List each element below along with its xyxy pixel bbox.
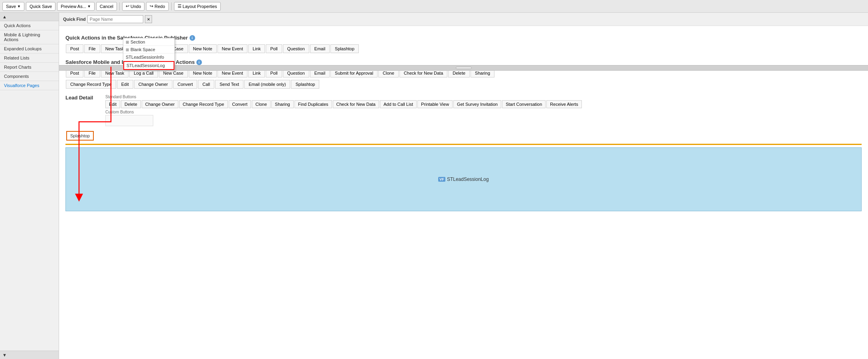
layout-icon: ☰ [178,4,182,9]
standard-button[interactable]: Receive Alerts [546,100,581,108]
classic-action-btn[interactable]: Question [283,44,309,53]
mobile-action-btn-row2[interactable]: Call [198,80,214,89]
standard-buttons-row: EditDeleteChange OwnerChange Record Type… [105,100,862,108]
mobile-action-btn-row2[interactable]: Change Record Type [66,80,116,89]
standard-button[interactable]: Start Conversation [502,100,546,108]
layout-properties-button[interactable]: ☰ Layout Properties [174,2,221,11]
save-label: Save [6,4,16,9]
layout-properties-label: Layout Properties [183,4,217,9]
lead-detail-container: Lead Detail Standard Buttons EditDeleteC… [65,95,862,126]
quick-save-button[interactable]: Quick Save [26,2,55,11]
classic-publisher-info-icon[interactable]: i [190,35,195,41]
toolbar-divider [119,2,120,10]
mobile-action-btn-row2[interactable]: Change Owner [134,80,172,89]
standard-button[interactable]: Delete [121,100,141,108]
mobile-lightning-actions-row2: Change Record TypeEditChange OwnerConver… [65,79,862,89]
vf-drop-area: VF STLeadSessionLog [65,147,862,211]
mobile-action-btn-row2[interactable]: Convert [173,80,198,89]
left-panel-header: ▲ [0,13,59,21]
preview-as-button[interactable]: Preview As... ▼ [57,2,95,11]
palette-item-blank[interactable]: ⊞ Blank Space [123,46,174,54]
undo-label: Undo [130,4,141,9]
lead-detail-title: Lead Detail [65,95,97,124]
palette-item-stleadsessioninfo[interactable]: STLeadSessionInfo [123,54,174,61]
standard-button[interactable]: Get Survey Invitation [453,100,501,108]
left-panel: ▲ Quick Actions Mobile & Lightning Actio… [0,13,59,359]
palette-item-section[interactable]: ⊞ Section [123,38,174,46]
standard-buttons-label: Standard Buttons [105,95,862,99]
classic-action-btn[interactable]: Post [66,44,83,53]
blank-icon: ⊞ [126,48,129,52]
orange-divider [65,144,862,145]
classic-action-btn[interactable]: New Note [189,44,217,53]
sidebar-item-expanded-lookups[interactable]: Expanded Lookups [0,44,59,54]
mobile-action-btn-row2[interactable]: Splashtop [291,80,319,89]
toolbar-divider-2 [171,2,172,10]
standard-button[interactable]: Add to Call List [380,100,417,108]
classic-action-btn[interactable]: File [84,44,100,53]
classic-action-btn[interactable]: Email [310,44,330,53]
undo-button[interactable]: ↩ Undo [122,2,144,11]
classic-action-btn[interactable]: Link [248,44,265,53]
layout-wrapper: ⊞ Section ⊞ Blank Space STLeadSessionInf… [59,26,868,215]
undo-icon: ↩ [126,4,129,9]
quick-find-label: Quick Find [63,17,86,22]
toolbar: Save ▼ Quick Save Preview As... ▼ Cancel… [0,0,868,13]
panel-expand-icon[interactable]: ▼ [2,353,7,357]
standard-button[interactable]: Find Duplicates [295,100,332,108]
page-layout: Quick Actions in the Salesforce Classic … [59,26,868,215]
palette-item-stleadsessionlog[interactable]: STLeadSessionLog [123,61,174,70]
cancel-button[interactable]: Cancel [96,2,117,11]
sidebar-item-quick-actions[interactable]: Quick Actions [0,21,59,30]
redo-label: Redo [154,4,165,9]
save-arrow-icon: ▼ [17,4,21,8]
custom-buttons-area [105,115,153,126]
quick-save-label: Quick Save [30,4,52,9]
vf-badge: VF [438,177,445,182]
sidebar-item-visualforce-pages[interactable]: Visualforce Pages [0,81,59,90]
preview-as-label: Preview As... [61,4,86,9]
classic-action-btn[interactable]: New Event [217,44,247,53]
standard-button[interactable]: Printable View [417,100,453,108]
mobile-lightning-info-icon[interactable]: i [196,60,202,65]
quick-find-bar: Quick Find ✕ [59,13,868,26]
palette-dropdown: ⊞ Section ⊞ Blank Space STLeadSessionInf… [123,38,175,70]
vf-item-label: STLeadSessionLog [447,177,489,182]
standard-button[interactable]: Check for New Data [333,100,379,108]
lead-detail-buttons-area: Standard Buttons EditDeleteChange OwnerC… [105,95,862,126]
standard-button[interactable]: Edit [105,100,120,108]
sidebar-item-related-lists[interactable]: Related Lists [0,54,59,63]
quick-find-input[interactable] [87,15,143,23]
mobile-action-btn-row2[interactable]: Edit [117,80,133,89]
mobile-action-btn-row2[interactable]: Send Text [215,80,243,89]
splashtop-layout-item[interactable]: Splashtop [66,131,94,141]
sidebar-item-report-charts[interactable]: Report Charts [0,63,59,72]
classic-publisher-title: Quick Actions in the Salesforce Classic … [65,35,862,41]
layout-items-area: Splashtop [65,130,862,141]
preview-arrow-icon: ▼ [87,4,91,8]
redo-button[interactable]: ↪ Redo [146,2,168,11]
mobile-lightning-title: Salesforce Mobile and Lightning Experien… [65,59,862,65]
classic-publisher-actions: PostFileNew TaskLog a CallNew CaseNew No… [65,44,862,54]
sidebar-item-mobile-lightning[interactable]: Mobile & Lightning Actions [0,30,59,44]
classic-action-btn[interactable]: Splashtop [330,44,359,53]
classic-action-btn[interactable]: Poll [266,44,282,53]
drag-handle-bar[interactable] [59,65,868,71]
panel-collapse-icon[interactable]: ▲ [2,14,7,19]
left-panel-footer: ▼ [0,351,59,359]
cancel-label: Cancel [100,4,113,9]
section-icon: ⊞ [126,40,129,44]
save-button[interactable]: Save ▼ [2,2,24,11]
standard-button[interactable]: Sharing [271,100,294,108]
sidebar-item-components[interactable]: Components [0,72,59,81]
custom-buttons-label: Custom Buttons [105,110,862,114]
quick-find-clear-button[interactable]: ✕ [145,15,152,23]
standard-button[interactable]: Change Owner [142,100,178,108]
standard-button[interactable]: Clone [252,100,271,108]
redo-icon: ↪ [150,4,153,9]
mobile-action-btn-row2[interactable]: Email (mobile only) [244,80,291,89]
standard-button[interactable]: Change Record Type [179,100,228,108]
vf-item: VF STLeadSessionLog [438,177,488,182]
drag-handle-inner [456,67,472,69]
standard-button[interactable]: Convert [229,100,251,108]
